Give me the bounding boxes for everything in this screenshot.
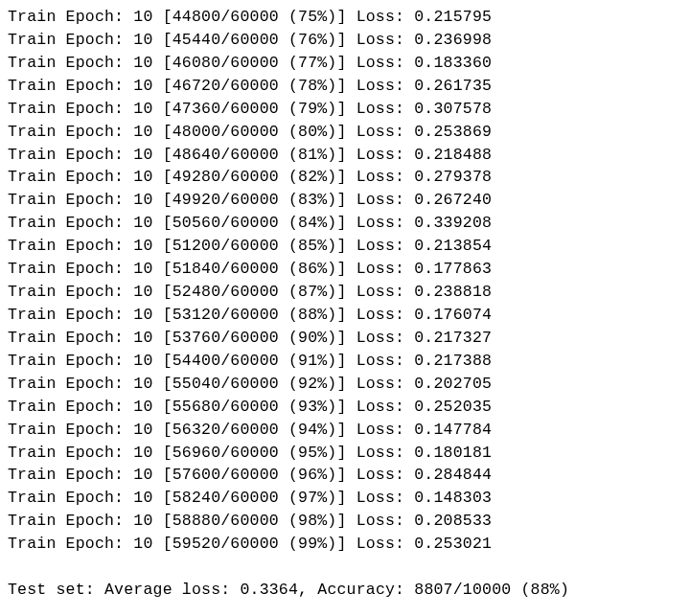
- log-line: Train Epoch: 10 [58880/60000 (98%)] Loss…: [8, 510, 682, 533]
- summary-acc-label: , Accuracy:: [298, 581, 414, 599]
- log-line: Train Epoch: 10 [58240/60000 (97%)] Loss…: [8, 487, 682, 510]
- log-line: Train Epoch: 10 [44800/60000 (75%)] Loss…: [8, 6, 682, 29]
- test-summary: Test set: Average loss: 0.3364, Accuracy…: [8, 579, 682, 602]
- log-line: Train Epoch: 10 [53760/60000 (90%)] Loss…: [8, 327, 682, 350]
- summary-avg-loss: 0.3364: [240, 581, 298, 599]
- log-line: Train Epoch: 10 [53120/60000 (88%)] Loss…: [8, 304, 682, 327]
- log-line: Train Epoch: 10 [55040/60000 (92%)] Loss…: [8, 373, 682, 396]
- log-line: Train Epoch: 10 [46720/60000 (78%)] Loss…: [8, 75, 682, 98]
- log-line: Train Epoch: 10 [56960/60000 (95%)] Loss…: [8, 442, 682, 465]
- log-line: Train Epoch: 10 [56320/60000 (94%)] Loss…: [8, 419, 682, 442]
- summary-correct: 8807: [414, 581, 452, 599]
- summary-total: 10000: [463, 581, 512, 599]
- log-line: Train Epoch: 10 [49920/60000 (83%)] Loss…: [8, 189, 682, 212]
- terminal-output: Train Epoch: 10 [44800/60000 (75%)] Loss…: [8, 6, 682, 602]
- log-line: Train Epoch: 10 [48640/60000 (81%)] Loss…: [8, 144, 682, 167]
- log-line: Train Epoch: 10 [54400/60000 (91%)] Loss…: [8, 350, 682, 373]
- log-line: Train Epoch: 10 [57600/60000 (96%)] Loss…: [8, 464, 682, 487]
- log-line: Train Epoch: 10 [45440/60000 (76%)] Loss…: [8, 29, 682, 52]
- log-line: Train Epoch: 10 [49280/60000 (82%)] Loss…: [8, 166, 682, 189]
- log-line: Train Epoch: 10 [47360/60000 (79%)] Loss…: [8, 98, 682, 121]
- training-log: Train Epoch: 10 [44800/60000 (75%)] Loss…: [8, 6, 682, 556]
- log-line: Train Epoch: 10 [55680/60000 (93%)] Loss…: [8, 396, 682, 419]
- log-line: Train Epoch: 10 [52480/60000 (87%)] Loss…: [8, 281, 682, 304]
- summary-prefix: Test set: Average loss:: [8, 581, 240, 599]
- log-line: Train Epoch: 10 [51200/60000 (85%)] Loss…: [8, 235, 682, 258]
- log-line: Train Epoch: 10 [51840/60000 (86%)] Loss…: [8, 258, 682, 281]
- summary-acc-pct: (88%): [520, 581, 569, 599]
- log-line: Train Epoch: 10 [48000/60000 (80%)] Loss…: [8, 121, 682, 144]
- log-line: Train Epoch: 10 [59520/60000 (99%)] Loss…: [8, 533, 682, 556]
- log-line: Train Epoch: 10 [46080/60000 (77%)] Loss…: [8, 52, 682, 75]
- log-line: Train Epoch: 10 [50560/60000 (84%)] Loss…: [8, 212, 682, 235]
